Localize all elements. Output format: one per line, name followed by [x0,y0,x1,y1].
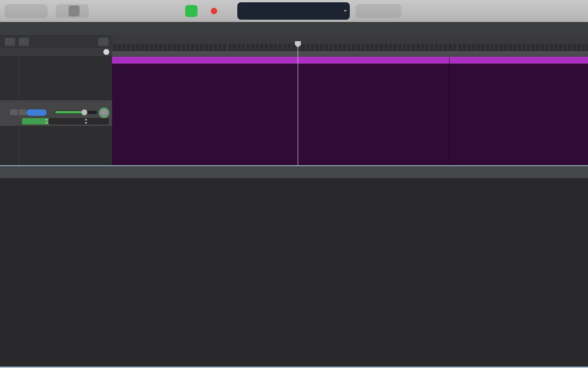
mixer-panel [0,178,588,367]
editor-tools-icon[interactable] [80,5,91,16]
note-pads-icon[interactable] [553,5,564,16]
add-marker-button[interactable] [103,49,109,55]
playhead[interactable] [298,41,298,165]
track-volume-slider[interactable] [55,111,97,114]
loop-browser-icon[interactable] [565,5,576,16]
list-editors-icon[interactable] [540,5,551,16]
smart-controls-icon[interactable] [58,5,69,16]
automation-value-readout[interactable] [89,118,109,124]
lcd-caret-icon[interactable] [344,10,347,12]
track-header-column [0,35,112,165]
mixer-icon[interactable] [69,5,80,16]
autopunch-icon[interactable] [368,5,379,16]
track-pan-knob[interactable] [99,108,109,118]
rewind-icon[interactable] [161,5,172,16]
synth-lead-track-header[interactable] [0,100,112,126]
track-solo-button[interactable] [19,109,27,115]
tuner-icon[interactable] [380,5,390,16]
mixer-toolbar [0,166,588,179]
lcd-display[interactable] [237,2,350,20]
automation-parameter-dropdown[interactable] [48,118,90,124]
solo-mode-icon[interactable] [391,5,402,16]
track-mute-button[interactable] [10,109,18,115]
quick-help-icon[interactable] [28,5,39,16]
track-automation-target-button[interactable] [27,109,47,116]
inspector-info-icon[interactable] [17,5,28,16]
marker-lane-header[interactable] [0,48,112,57]
track-header-toolbar [0,35,112,49]
track-header-config-button[interactable] [98,38,109,46]
media-browser-icon[interactable] [576,5,587,16]
cycle-icon[interactable] [221,5,232,16]
main-toolbar [0,0,588,22]
forward-icon[interactable] [174,5,185,16]
duplicate-track-button[interactable] [18,38,29,46]
mixer-row-labels [0,178,29,367]
play-button[interactable] [185,5,198,17]
automation-mode-dropdown[interactable] [22,118,50,124]
tracks-area-toolbar [0,22,588,35]
library-icon[interactable] [6,5,17,16]
volume-automation-curve[interactable] [112,35,588,165]
add-track-button[interactable] [5,38,16,46]
count-in-icon[interactable] [357,5,368,16]
metronome-icon[interactable] [408,5,419,16]
toolbar-panel-icon[interactable] [38,5,49,16]
record-button[interactable] [211,8,217,14]
channel-strips [31,178,588,367]
logic-pro-window: { "icons":{"library":"▤","info":"i","hel… [0,0,588,368]
pause-icon[interactable] [199,5,210,16]
